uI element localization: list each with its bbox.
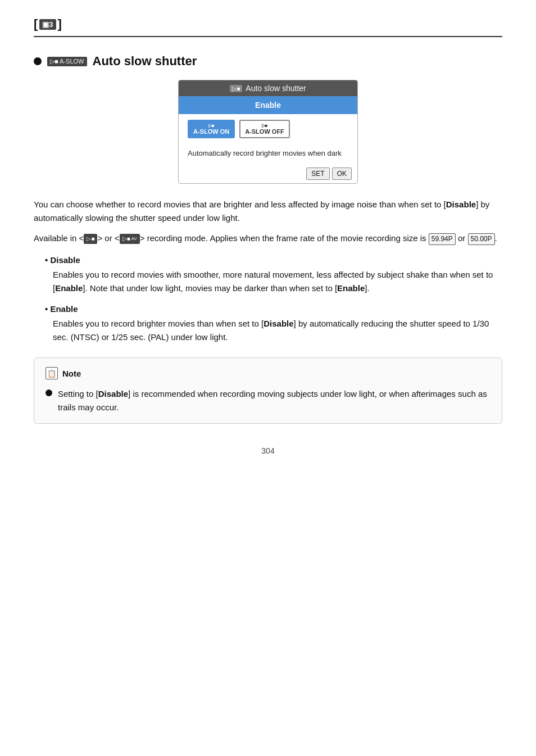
- set-button[interactable]: SET: [306, 168, 329, 180]
- section-heading: ▷■ A-SLOW Auto slow shutter: [34, 54, 502, 69]
- bracket-close: ]: [58, 17, 62, 31]
- bullet-item-disable: Disable Enables you to record movies wit…: [45, 255, 502, 295]
- frame-rate-badge-2: 50.00P: [468, 233, 495, 245]
- a-slow-on-icon: ▷■: [193, 123, 229, 128]
- bullet-section: Disable Enables you to record movies wit…: [45, 255, 502, 344]
- ok-button[interactable]: OK: [332, 168, 352, 180]
- section-title: Auto slow shutter: [93, 54, 197, 69]
- enable-bold-2: Enable: [337, 283, 365, 293]
- page-header: [ ▣3 ]: [34, 17, 502, 37]
- camera-ui-options: ▷■ A-SLOW ON ▷■ A-SLOW OFF: [179, 114, 357, 144]
- camera-ui-panel: ▷■ Auto slow shutter Enable ▷■ A-SLOW ON…: [178, 80, 358, 184]
- heading-bullet: [34, 57, 42, 65]
- section-icon: ▣3: [39, 19, 56, 30]
- bullet-title-disable: Disable: [45, 255, 502, 265]
- bullet-body-disable: Enables you to record movies with smooth…: [53, 268, 502, 295]
- a-slow-on-button[interactable]: ▷■ A-SLOW ON: [188, 120, 235, 138]
- auto-slow-icon: ▷■ A-SLOW: [47, 57, 87, 66]
- note-box: 📋 Note Setting to [Disable] is recommend…: [34, 357, 502, 424]
- disable-bold-1: Disable: [446, 200, 476, 209]
- a-slow-off-icon: ▷■: [245, 123, 284, 128]
- body-paragraph-2: Available in <▷■> or <▷■AV> recording mo…: [34, 232, 502, 245]
- body-paragraph-1: You can choose whether to record movies …: [34, 198, 502, 225]
- a-slow-off-label: A-SLOW OFF: [245, 128, 284, 135]
- disable-bold-note: Disable: [98, 389, 128, 399]
- camera-ui-title-text: Auto slow shutter: [246, 84, 306, 93]
- movie-mode-icon-2: ▷■AV: [120, 234, 140, 244]
- camera-ui-footer: SET OK: [179, 164, 357, 183]
- or-text: or: [458, 233, 465, 243]
- note-icon: 📋: [46, 367, 58, 379]
- a-slow-on-label: A-SLOW ON: [193, 128, 229, 135]
- note-item-text: Setting to [Disable] is recommended when…: [58, 387, 490, 414]
- note-title: Note: [62, 369, 81, 378]
- a-slow-off-button[interactable]: ▷■ A-SLOW OFF: [239, 120, 290, 138]
- bullet-body-enable: Enables you to record brighter movies th…: [53, 317, 502, 344]
- header-section-label: [ ▣3 ]: [34, 17, 62, 31]
- disable-bold-2: Disable: [264, 319, 293, 328]
- note-item: Setting to [Disable] is recommended when…: [46, 387, 490, 414]
- bracket-open: [: [34, 17, 38, 31]
- bullet-title-enable: Enable: [45, 304, 502, 314]
- camera-ui-description: Automatically record brighter movies whe…: [179, 144, 357, 164]
- enable-bold-1: Enable: [55, 283, 83, 293]
- frame-rate-badge-1: 59.94P: [429, 233, 456, 245]
- camera-ui-title-bar: ▷■ Auto slow shutter: [179, 80, 357, 96]
- movie-mode-icon-1: ▷■: [84, 234, 97, 244]
- note-bullet-dot: [46, 390, 52, 396]
- camera-ui-selected: Enable: [179, 96, 357, 114]
- bullet-item-enable: Enable Enables you to record brighter mo…: [45, 304, 502, 344]
- camera-ui-title-icon: ▷■: [230, 85, 242, 92]
- page-number: 304: [34, 446, 502, 455]
- note-header: 📋 Note: [46, 367, 490, 379]
